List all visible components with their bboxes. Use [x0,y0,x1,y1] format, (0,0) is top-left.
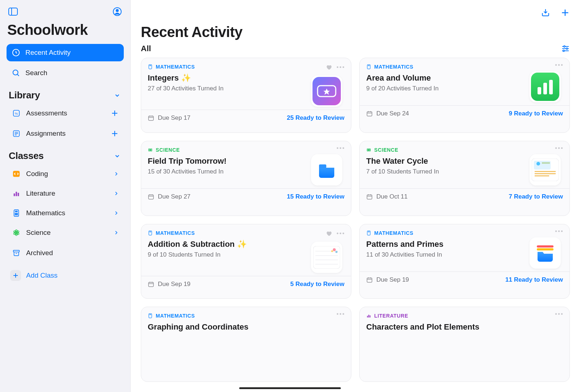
add-assignment-button[interactable] [111,130,119,138]
ready-to-review-link[interactable]: 9 Ready to Review [509,110,563,117]
svg-point-102 [343,232,344,234]
filter-options-button[interactable] [561,44,570,53]
sidebar-item-coding[interactable]: Coding [7,164,124,183]
svg-point-81 [368,150,369,150]
card-subject: SCIENCE [366,147,525,153]
toggle-sidebar-icon[interactable] [7,6,19,17]
card-more-button[interactable] [555,64,563,66]
library-assessments-label: Assessments [26,109,67,117]
svg-point-85 [558,147,560,149]
svg-point-130 [340,313,342,315]
page-title: Recent Activity [131,22,580,42]
assignments-icon [12,129,21,138]
svg-point-5 [13,70,18,75]
nav-search[interactable]: Search [7,64,124,82]
svg-rect-62 [538,87,541,94]
mathematics-icon [12,208,21,218]
svg-rect-94 [367,195,372,199]
card-subject: LITERATURE [366,313,551,319]
coding-icon [12,169,21,179]
svg-point-69 [150,150,151,150]
activity-card[interactable]: SCIENCE Field Trip Tomorrow! 15 of 30 Ac… [141,141,351,216]
sidebar-item-science[interactable]: Science [7,223,124,242]
svg-rect-20 [18,193,19,196]
activity-card[interactable]: MATHEMATICS Area and Volume 9 of 20 Acti… [359,58,570,133]
svg-rect-46 [150,65,151,66]
card-more-button[interactable] [336,66,344,68]
card-more-button[interactable] [555,230,563,232]
card-thumbnail [311,242,342,273]
add-class-button[interactable]: Add Class [7,266,124,285]
svg-rect-116 [368,231,370,232]
svg-point-28 [17,215,18,215]
card-title: Area and Volume [366,73,525,83]
activity-card[interactable]: MATHEMATICS Integers ✨ 27 of 30 Activiti… [141,58,351,133]
add-assessment-button[interactable] [111,109,119,117]
activity-card[interactable]: MATHEMATICS Patterns and Primes 11 of 30… [359,224,570,299]
favorite-icon[interactable] [326,64,332,70]
section-library[interactable]: Library [4,83,127,103]
subject-icon [366,313,371,318]
inbox-button[interactable] [540,7,551,18]
svg-point-44 [563,50,564,52]
activity-card[interactable]: LITERATURE Characters and Plot Elements [359,307,570,382]
svg-point-131 [343,313,344,315]
svg-rect-103 [313,246,340,269]
svg-point-26 [15,215,16,215]
due-date: Due Sep 27 [148,193,191,200]
card-status: 7 of 10 Students Turned In [366,168,525,175]
card-more-button[interactable] [336,232,344,234]
science-icon [12,228,21,237]
account-icon[interactable] [111,6,123,17]
svg-rect-91 [535,171,556,172]
activity-card[interactable]: MATHEMATICS Addition & Subtraction ✨ 9 o… [141,224,351,299]
card-title: The Water Cycle [366,156,525,166]
svg-rect-63 [543,83,547,94]
svg-point-40 [564,46,565,47]
sidebar-item-mathematics[interactable]: Mathematics [7,204,124,222]
svg-point-25 [17,213,18,214]
svg-point-119 [561,230,563,232]
svg-rect-52 [148,116,154,121]
card-status: 27 of 30 Activities Turned In [148,85,307,92]
ready-to-review-link[interactable]: 15 Ready to Review [287,193,344,200]
svg-point-60 [561,64,563,66]
activity-card[interactable]: SCIENCE The Water Cycle 7 of 10 Students… [359,141,570,216]
filter-all-label[interactable]: All [141,44,151,53]
search-icon [12,69,20,77]
activity-card[interactable]: MATHEMATICS Graphing and Coordinates [141,307,351,382]
svg-point-23 [15,213,16,214]
card-subject: MATHEMATICS [148,313,332,319]
nav-recent-activity[interactable]: Recent Activity [7,44,124,61]
favorite-icon[interactable] [326,230,332,237]
assessments-icon: % [12,109,21,118]
section-library-label: Library [9,90,40,101]
svg-rect-76 [319,164,326,168]
ready-to-review-link[interactable]: 5 Ready to Review [290,281,344,288]
svg-rect-99 [150,231,151,232]
sidebar-item-archived[interactable]: Archived [7,244,124,262]
clock-icon [12,48,20,57]
card-subject: MATHEMATICS [366,64,525,70]
card-more-button[interactable] [555,313,563,315]
card-more-button[interactable] [336,147,344,149]
ready-to-review-link[interactable]: 11 Ready to Review [505,276,563,283]
card-more-button[interactable] [555,147,563,149]
section-classes[interactable]: Classes [4,144,127,164]
svg-text:%: % [15,112,18,115]
svg-point-135 [555,313,557,315]
library-item-assignments[interactable]: Assignments [7,124,124,143]
svg-point-89 [536,162,540,166]
subject-icon [366,230,371,236]
svg-point-108 [333,248,336,251]
ready-to-review-link[interactable]: 7 Ready to Review [509,193,563,200]
sidebar-item-literature[interactable]: Literature [7,184,124,203]
class-label: Coding [26,170,48,178]
due-date: Due Sep 17 [148,114,191,122]
card-more-button[interactable] [336,313,344,315]
library-item-assessments[interactable]: % Assessments [7,104,124,123]
archived-label: Archived [26,249,53,257]
ready-to-review-link[interactable]: 25 Ready to Review [287,114,344,122]
new-button[interactable] [560,7,571,18]
literature-icon [12,189,21,198]
